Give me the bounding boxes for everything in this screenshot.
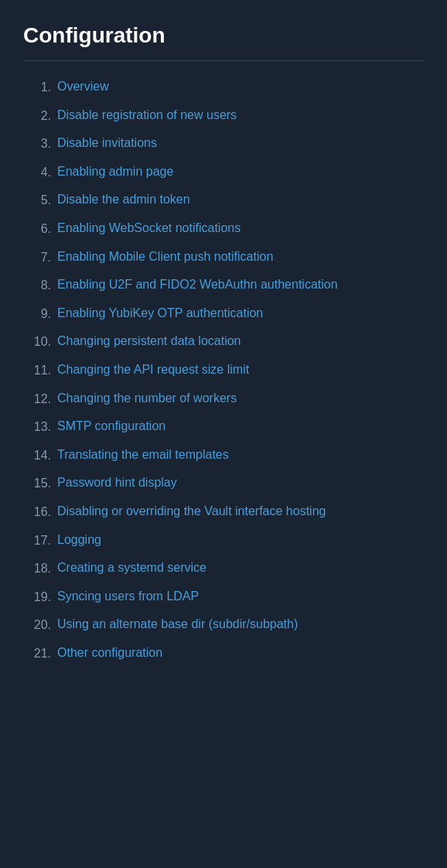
item-link-20[interactable]: Using an alternate base dir (subdir/subp… <box>57 614 298 634</box>
item-link-21[interactable]: Other configuration <box>57 643 162 663</box>
item-link-2[interactable]: Disable registration of new users <box>57 105 237 125</box>
item-link-9[interactable]: Enabling YubiKey OTP authentication <box>57 303 263 323</box>
list-item: 6.Enabling WebSocket notifications <box>23 218 424 239</box>
list-item: 16.Disabling or overriding the Vault int… <box>23 501 424 522</box>
item-link-17[interactable]: Logging <box>57 530 101 550</box>
item-link-11[interactable]: Changing the API request size limit <box>57 360 249 380</box>
item-number: 11. <box>23 360 51 381</box>
item-link-7[interactable]: Enabling Mobile Client push notification <box>57 247 273 267</box>
item-link-5[interactable]: Disable the admin token <box>57 190 190 210</box>
list-item: 17.Logging <box>23 530 424 551</box>
toc-list: 1.Overview2.Disable registration of new … <box>23 77 424 663</box>
item-link-6[interactable]: Enabling WebSocket notifications <box>57 218 241 238</box>
item-number: 10. <box>23 331 51 352</box>
list-item: 1.Overview <box>23 77 424 97</box>
list-item: 5.Disable the admin token <box>23 190 424 210</box>
item-number: 12. <box>23 388 51 409</box>
list-item: 9.Enabling YubiKey OTP authentication <box>23 303 424 324</box>
list-item: 21.Other configuration <box>23 643 424 664</box>
item-link-14[interactable]: Translating the email templates <box>57 445 229 465</box>
list-item: 12.Changing the number of workers <box>23 388 424 409</box>
list-item: 18.Creating a systemd service <box>23 558 424 579</box>
item-number: 19. <box>23 586 51 607</box>
item-number: 2. <box>23 105 51 126</box>
item-link-3[interactable]: Disable invitations <box>57 133 157 153</box>
list-item: 14.Translating the email templates <box>23 445 424 466</box>
list-item: 7.Enabling Mobile Client push notificati… <box>23 247 424 268</box>
item-link-10[interactable]: Changing persistent data location <box>57 331 241 351</box>
title-divider <box>23 60 424 61</box>
list-item: 11.Changing the API request size limit <box>23 360 424 381</box>
item-link-4[interactable]: Enabling admin page <box>57 162 173 182</box>
item-link-16[interactable]: Disabling or overriding the Vault interf… <box>57 501 326 521</box>
item-link-8[interactable]: Enabling U2F and FIDO2 WebAuthn authenti… <box>57 275 338 295</box>
item-number: 4. <box>23 162 51 183</box>
item-number: 1. <box>23 77 51 97</box>
page-title: Configuration <box>23 23 424 48</box>
item-number: 7. <box>23 247 51 268</box>
item-number: 16. <box>23 501 51 522</box>
item-link-13[interactable]: SMTP configuration <box>57 416 165 436</box>
item-number: 20. <box>23 614 51 635</box>
item-number: 5. <box>23 190 51 210</box>
list-item: 19.Syncing users from LDAP <box>23 586 424 607</box>
item-link-19[interactable]: Syncing users from LDAP <box>57 586 199 607</box>
item-number: 14. <box>23 445 51 466</box>
list-item: 15.Password hint display <box>23 473 424 494</box>
item-number: 6. <box>23 218 51 239</box>
item-link-18[interactable]: Creating a systemd service <box>57 558 206 578</box>
list-item: 13.SMTP configuration <box>23 416 424 437</box>
item-link-15[interactable]: Password hint display <box>57 473 177 493</box>
list-item: 2.Disable registration of new users <box>23 105 424 126</box>
item-number: 8. <box>23 275 51 296</box>
list-item: 8.Enabling U2F and FIDO2 WebAuthn authen… <box>23 275 424 296</box>
item-link-12[interactable]: Changing the number of workers <box>57 388 237 408</box>
item-number: 9. <box>23 303 51 324</box>
list-item: 3.Disable invitations <box>23 133 424 154</box>
item-number: 3. <box>23 133 51 154</box>
item-link-1[interactable]: Overview <box>57 77 109 97</box>
item-number: 15. <box>23 473 51 494</box>
list-item: 10.Changing persistent data location <box>23 331 424 352</box>
item-number: 17. <box>23 530 51 551</box>
item-number: 21. <box>23 643 51 664</box>
list-item: 4.Enabling admin page <box>23 162 424 183</box>
item-number: 13. <box>23 416 51 437</box>
list-item: 20.Using an alternate base dir (subdir/s… <box>23 614 424 635</box>
item-number: 18. <box>23 558 51 579</box>
